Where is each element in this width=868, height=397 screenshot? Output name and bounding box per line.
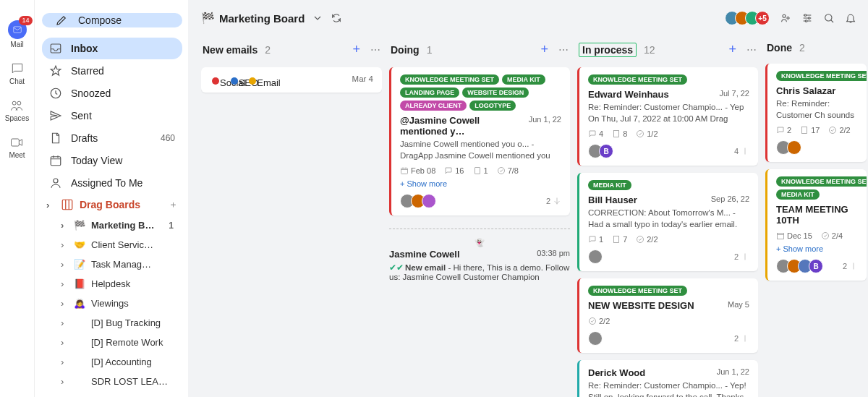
share-icon[interactable] xyxy=(780,12,791,24)
settings-icon[interactable] xyxy=(801,12,813,24)
board-label: Marketing B… xyxy=(91,220,154,231)
board-emoji: 🙇‍♀️ xyxy=(74,298,85,309)
pencil-icon xyxy=(55,14,68,27)
col-count: 1 xyxy=(427,44,433,56)
board-item[interactable]: ›🤝Client Servic… xyxy=(58,235,182,255)
meta-comments: 2 xyxy=(776,126,791,135)
card[interactable]: MEDIA KITBill HauserSep 26, 22CORRECTION… xyxy=(577,173,758,271)
col-name[interactable]: New emails xyxy=(203,44,258,56)
collaborators[interactable]: +5 xyxy=(729,11,770,25)
card[interactable]: KNOWLEDGE MEETING SETNEW WEBSITE DESIGNM… xyxy=(577,278,758,353)
show-more-link[interactable]: + Show more xyxy=(776,244,858,253)
card[interactable]: Derick WoodJun 1, 22Re: Reminder: Custom… xyxy=(577,360,758,397)
search-icon[interactable] xyxy=(823,12,835,24)
chevron-right-icon: › xyxy=(61,239,68,250)
board-item[interactable]: ›🙇‍♀️Viewings xyxy=(58,294,182,313)
card-date: Jul 7, 22 xyxy=(719,89,749,100)
board-count: 1 xyxy=(169,221,179,231)
rail-spaces-label: Spaces xyxy=(5,114,29,122)
nav-item-drafts[interactable]: Drafts460 xyxy=(42,127,182,149)
col-name[interactable]: In process xyxy=(579,43,637,57)
col-name[interactable]: Done xyxy=(767,42,792,54)
rail-chat[interactable]: Chat xyxy=(9,61,25,85)
rail-meet[interactable]: Meet xyxy=(9,135,25,159)
meet-icon xyxy=(9,135,24,150)
chevron-right-icon: › xyxy=(46,200,55,210)
chevron-right-icon: › xyxy=(61,220,68,231)
nav-item-today-view[interactable]: Today View xyxy=(42,150,182,171)
chevron-right-icon: › xyxy=(61,317,68,328)
nav-item-sent[interactable]: Sent xyxy=(42,105,182,127)
meta-checklist: 1/2 xyxy=(636,129,658,138)
comment-icon xyxy=(588,129,597,138)
meta-checklist: 2/2 xyxy=(636,235,658,244)
email-preview[interactable]: 👻 Jasmine Cowell03:38 pm ✔✔New email - H… xyxy=(389,229,570,281)
nav-label: Assigned To Me xyxy=(71,177,142,189)
meta-date: Feb 08 xyxy=(400,166,435,175)
col-count: 12 xyxy=(644,44,655,56)
refresh-icon[interactable] xyxy=(331,12,342,24)
rail-mail-label: Mail xyxy=(10,40,23,48)
comment-icon xyxy=(776,126,785,135)
svg-rect-14 xyxy=(401,168,408,174)
board-item[interactable]: ›[D] Bug Tracking xyxy=(58,313,182,333)
card-chips: KNOWLEDGE MEETING SETMEDIA KIT xyxy=(776,176,858,200)
svg-point-25 xyxy=(830,127,836,134)
svg-point-10 xyxy=(804,14,807,17)
drag-boards-label: Drag Boards xyxy=(80,199,140,210)
show-more-link[interactable]: + Show more xyxy=(400,179,561,188)
meta-files: 1 xyxy=(473,166,488,175)
compose-button[interactable]: Compose xyxy=(42,13,182,27)
svg-rect-8 xyxy=(62,200,72,210)
card[interactable]: KNOWLEDGE MEETING SETChris SalazarRe: Re… xyxy=(765,64,867,162)
card-avatars xyxy=(588,249,603,264)
nav-label: Snoozed xyxy=(71,87,111,99)
add-card-button[interactable]: + xyxy=(352,42,360,57)
card-chips: KNOWLEDGE MEETING SET xyxy=(588,286,749,296)
nav-item-inbox[interactable]: Inbox xyxy=(42,38,182,59)
board-title[interactable]: 🏁 Marketing Board xyxy=(201,12,305,25)
card[interactable]: KNOWLEDGE MEETING SETMEDIA KITLANDING PA… xyxy=(389,67,570,215)
nav-item-assigned-to-me[interactable]: Assigned To Me xyxy=(42,172,182,194)
svg-rect-4 xyxy=(51,44,61,53)
col-more-icon[interactable]: ⋯ xyxy=(370,44,380,56)
board-label: [D] Accounting xyxy=(91,357,152,367)
board-item[interactable]: ›📝Task Manag… xyxy=(58,255,182,274)
board-item[interactable]: ›SDR LOST LEA… xyxy=(58,372,182,391)
nav-item-starred[interactable]: Starred xyxy=(42,60,182,82)
rail-mail[interactable]: 14 Mail xyxy=(8,20,27,48)
card[interactable]: KNOWLEDGE MEETING SETMEDIA KITTEAM MEETI… xyxy=(765,169,867,281)
drag-boards-header[interactable]: › Drag Boards ＋ xyxy=(42,194,182,215)
avatar-overflow: +5 xyxy=(755,11,770,25)
rail-spaces[interactable]: Spaces xyxy=(5,98,29,122)
col-more-icon[interactable]: ⋯ xyxy=(558,44,569,56)
svg-point-1 xyxy=(13,101,17,105)
board-item[interactable]: ›🏁Marketing B…1 xyxy=(58,215,182,235)
bell-icon[interactable] xyxy=(845,12,856,24)
col-more-icon[interactable]: ⋯ xyxy=(746,44,757,56)
calendar-icon xyxy=(400,166,409,175)
add-board-button[interactable]: ＋ xyxy=(169,198,178,211)
board-label: Viewings xyxy=(91,298,129,309)
meta-files: 17 xyxy=(800,126,820,135)
meta-checklist: 2/2 xyxy=(828,126,850,135)
board-item[interactable]: ›📕Helpdesk xyxy=(58,274,182,294)
board-item[interactable]: ›[D] Remote Work xyxy=(58,333,182,352)
check-icon xyxy=(636,129,644,138)
inbox-icon xyxy=(49,42,62,55)
nav-item-snoozed[interactable]: Snoozed xyxy=(42,82,182,104)
card[interactable]: KNOWLEDGE MEETING SETEdward WeinhausJul … xyxy=(577,67,758,166)
chevron-down-icon[interactable] xyxy=(312,12,323,24)
col-name[interactable]: Doing xyxy=(391,44,420,56)
comment-icon xyxy=(444,166,453,175)
card[interactable]: Social SEO Email Mar 4 xyxy=(201,67,382,93)
chevron-right-icon: › xyxy=(61,376,68,387)
meta-files: 7 xyxy=(612,235,627,244)
attach-icon xyxy=(741,252,749,261)
file-icon xyxy=(49,132,62,145)
add-card-button[interactable]: + xyxy=(540,42,548,57)
board-item[interactable]: ›[D] Accounting xyxy=(58,352,182,372)
svg-point-20 xyxy=(637,236,644,243)
add-card-button[interactable]: + xyxy=(728,42,736,57)
svg-point-13 xyxy=(825,14,832,21)
